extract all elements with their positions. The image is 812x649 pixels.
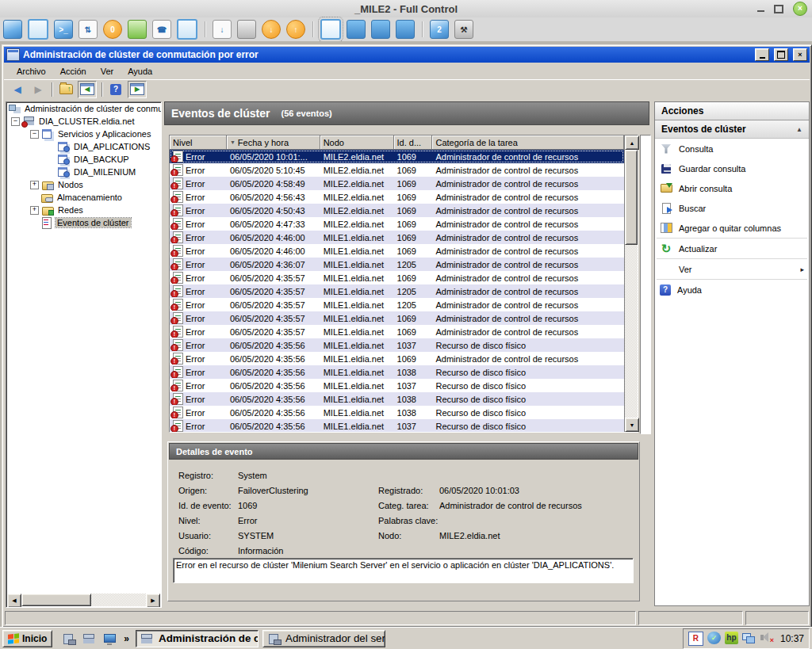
show-action-pane-icon[interactable]: ▶ xyxy=(128,81,147,98)
tree-horizontal-scrollbar[interactable]: ◀▶ xyxy=(7,594,160,606)
scroll-left-button[interactable]: ◀ xyxy=(7,594,21,608)
start-button[interactable]: Inicio xyxy=(2,630,52,647)
tree-item[interactable]: DIA_MILENIUM xyxy=(6,166,161,178)
tree-item[interactable]: −DIA_CLUSTER.eldia.net xyxy=(6,115,161,128)
terminal-icon[interactable]: >_ xyxy=(54,20,73,39)
view-windowed-icon[interactable] xyxy=(320,19,341,40)
action-abrir-consulta[interactable]: Abrir consulta xyxy=(655,178,809,198)
monitor-icon[interactable] xyxy=(28,19,48,40)
forward-icon[interactable]: ▶ xyxy=(29,82,47,97)
phone-icon[interactable]: ☎ xyxy=(152,20,171,39)
action-actualizar[interactable]: ↻Actualizar xyxy=(655,239,809,258)
power-icon[interactable]: 0 xyxy=(103,20,122,39)
close-button[interactable]: × xyxy=(793,48,807,61)
maximize-button[interactable] xyxy=(774,48,788,61)
column-header-2[interactable]: ▼Fecha y hora xyxy=(227,136,320,150)
view-full-icon[interactable] xyxy=(371,20,390,39)
column-header-1[interactable]: Nivel xyxy=(170,136,227,150)
message-icon[interactable] xyxy=(177,19,197,40)
table-row[interactable]: Error06/05/2020 4:47:33MILE2.eldia.net10… xyxy=(170,217,624,231)
menu-accion[interactable]: Acción xyxy=(54,65,93,78)
viewer-close-button[interactable]: × xyxy=(793,2,807,16)
network-icon[interactable] xyxy=(742,632,756,644)
chevron-icon[interactable]: » xyxy=(124,633,129,644)
tree-item[interactable]: +Nodos xyxy=(6,178,161,191)
viewer-restore-button[interactable] xyxy=(774,5,783,13)
table-row[interactable]: Error06/05/2020 4:35:57MILE1.eldia.net10… xyxy=(170,325,624,338)
action-buscar[interactable]: Buscar xyxy=(655,198,809,218)
table-row[interactable]: Error06/05/2020 4:35:57MILE1.eldia.net12… xyxy=(170,284,624,298)
column-header-5[interactable]: Categoría de la tarea xyxy=(432,136,624,150)
minimize-button[interactable] xyxy=(755,48,769,61)
table-row[interactable]: Error06/05/2020 4:35:56MILE1.eldia.net10… xyxy=(170,406,624,419)
scroll-right-button[interactable]: ▶ xyxy=(146,594,160,608)
registry-icon[interactable] xyxy=(237,20,256,39)
event-list-vertical-scrollbar[interactable]: ▲▼ xyxy=(624,136,638,432)
remote-screen-icon[interactable] xyxy=(3,20,22,39)
chat-icon[interactable] xyxy=(128,20,147,39)
action-ver[interactable]: Ver▸ xyxy=(655,259,809,279)
hp-agent-icon[interactable]: hp xyxy=(725,632,738,644)
tree-expander-plus[interactable]: + xyxy=(30,206,39,215)
tree-item[interactable]: +Redes xyxy=(6,204,161,216)
menu-ver[interactable]: Ver xyxy=(94,65,121,78)
table-row[interactable]: Error06/05/2020 4:50:43MILE2.eldia.net10… xyxy=(170,204,624,217)
table-row[interactable]: Error06/05/2020 4:36:07MILE1.eldia.net12… xyxy=(170,258,624,271)
table-row[interactable]: Error06/05/2020 4:46:00MILE1.eldia.net10… xyxy=(170,244,624,258)
table-row[interactable]: Error06/05/2020 4:35:57MILE1.eldia.net10… xyxy=(170,311,624,325)
column-header-3[interactable]: Nodo xyxy=(320,136,394,150)
tree-expander-plus[interactable]: + xyxy=(30,181,39,189)
server-manager-icon[interactable] xyxy=(62,632,76,645)
scroll-track[interactable] xyxy=(91,594,146,606)
scroll-down-button[interactable]: ▼ xyxy=(625,418,639,432)
menu-ayuda[interactable]: Ayuda xyxy=(121,65,159,78)
action-ayuda[interactable]: ?Ayuda xyxy=(655,280,809,300)
table-row[interactable]: Error06/05/2020 4:35:56MILE1.eldia.net10… xyxy=(170,392,624,406)
dual-monitor-icon[interactable]: 2 xyxy=(430,20,449,39)
show-console-tree-icon[interactable]: ◀ xyxy=(78,81,97,98)
action-agregar-o-quitar-columnas[interactable]: Agregar o quitar columnas xyxy=(655,218,809,238)
scroll-up-button[interactable]: ▲ xyxy=(625,136,639,150)
table-row[interactable]: Error06/05/2020 4:35:56MILE1.eldia.net10… xyxy=(170,379,624,392)
volume-muted-icon[interactable]: × xyxy=(760,632,773,644)
column-header-4[interactable]: Id. d... xyxy=(394,136,433,150)
vnc-icon[interactable]: R xyxy=(688,632,703,646)
show-desktop-icon[interactable] xyxy=(103,632,117,645)
tree-item[interactable]: −Servicios y Aplicaciones xyxy=(6,128,161,140)
menu-archivo[interactable]: Archivo xyxy=(10,65,52,78)
tree-item[interactable]: Eventos de clúster xyxy=(6,216,161,229)
cluster-manager-icon[interactable] xyxy=(82,632,97,645)
tree-item[interactable]: Administración de clúster de conmu xyxy=(6,102,161,115)
network-globe-icon[interactable]: ✓ xyxy=(707,632,721,644)
scroll-thumb[interactable] xyxy=(21,594,91,606)
scroll-track[interactable] xyxy=(625,245,638,418)
tree-expander-minus[interactable]: − xyxy=(11,117,20,126)
file-transfer-icon[interactable]: ⇅ xyxy=(79,20,98,39)
download-box-icon[interactable]: ↓ xyxy=(262,20,281,39)
scroll-thumb[interactable] xyxy=(625,150,638,245)
table-row[interactable]: Error06/05/2020 4:35:56MILE1.eldia.net10… xyxy=(170,352,624,365)
table-row[interactable]: Error06/05/2020 4:35:57MILE1.eldia.net12… xyxy=(170,298,624,311)
table-row[interactable]: Error06/05/2020 10:01:...MILE2.eldia.net… xyxy=(170,150,624,163)
table-row[interactable]: Error06/05/2020 4:35:56MILE1.eldia.net10… xyxy=(170,365,624,379)
settings-icon[interactable]: ⚒ xyxy=(454,20,473,39)
actions-group-header[interactable]: Eventos de clúster ▲ xyxy=(655,120,809,139)
task-button[interactable]: Administrador del servidor xyxy=(262,630,385,647)
tree-item[interactable]: DIA_BACKUP xyxy=(6,153,161,166)
table-row[interactable]: Error06/05/2020 5:10:45MILE2.eldia.net10… xyxy=(170,163,624,177)
table-row[interactable]: Error06/05/2020 4:35:56MILE1.eldia.net10… xyxy=(170,419,624,432)
collapse-icon[interactable]: ▲ xyxy=(796,126,802,133)
help-icon[interactable]: ? xyxy=(107,82,124,97)
task-button[interactable]: Administración de cl... xyxy=(136,630,259,647)
table-row[interactable]: Error06/05/2020 4:35:57MILE1.eldia.net10… xyxy=(170,271,624,284)
tree-expander-minus[interactable]: − xyxy=(30,130,39,139)
table-row[interactable]: Error06/05/2020 4:58:49MILE2.eldia.net10… xyxy=(170,177,624,190)
tree-item[interactable]: Almacenamiento xyxy=(6,191,161,204)
table-row[interactable]: Error06/05/2020 4:35:56MILE1.eldia.net10… xyxy=(170,338,624,352)
action-consulta[interactable]: Consulta xyxy=(655,139,809,158)
table-row[interactable]: Error06/05/2020 4:56:43MILE2.eldia.net10… xyxy=(170,190,624,204)
export-list-icon[interactable]: ↑ xyxy=(57,82,75,97)
action-guardar-consulta[interactable]: Guardar consulta xyxy=(655,158,809,178)
view-fullscreen-icon[interactable] xyxy=(396,20,415,39)
back-icon[interactable]: ◀ xyxy=(9,82,26,97)
